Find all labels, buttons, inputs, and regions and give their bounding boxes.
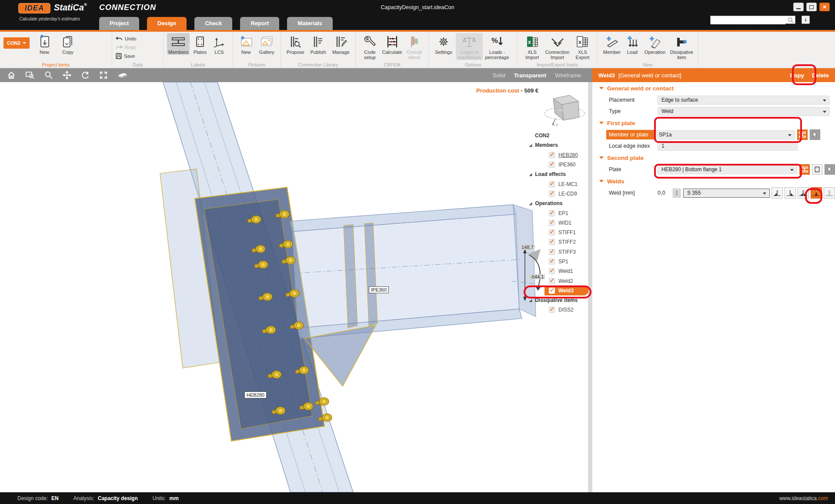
- gallery-button[interactable]: Gallery: [257, 33, 277, 55]
- tab-check[interactable]: Check: [194, 17, 232, 30]
- connection-import-button[interactable]: Connection Import: [544, 33, 571, 60]
- weld-material-dropdown[interactable]: S 355: [683, 189, 770, 198]
- checkbox[interactable]: [549, 259, 555, 265]
- tree-item-sp1[interactable]: SP1: [527, 257, 592, 266]
- search-box[interactable]: [710, 16, 795, 24]
- mode-solid[interactable]: Solid: [493, 72, 505, 79]
- tree-group-dissipative-items[interactable]: ◢Dissipative items: [527, 295, 592, 305]
- pick-in-scene-button[interactable]: [825, 164, 835, 175]
- con2-dropdown[interactable]: CON2: [3, 37, 30, 49]
- tree-expander-icon[interactable]: ◢: [529, 143, 532, 147]
- info-button[interactable]: i: [802, 16, 810, 24]
- checkbox[interactable]: [549, 191, 555, 197]
- new-picture-button[interactable]: New: [237, 33, 256, 55]
- tab-project[interactable]: Project: [99, 17, 139, 30]
- new-member-button[interactable]: Member: [601, 33, 623, 55]
- weld-type-fillet-left-button[interactable]: [772, 187, 783, 199]
- tree-item-weld3-selected[interactable]: Weld3: [527, 286, 592, 295]
- checkbox[interactable]: [549, 220, 555, 226]
- tree-expander-icon[interactable]: ◢: [529, 298, 532, 302]
- checkbox[interactable]: [549, 268, 555, 274]
- copy-operation-button[interactable]: Copy: [790, 72, 804, 79]
- tree-item-weld2[interactable]: Weld2: [527, 276, 592, 285]
- checkbox[interactable]: [549, 210, 555, 216]
- maximize-button[interactable]: [806, 3, 817, 11]
- checkbox[interactable]: [549, 307, 555, 313]
- tree-expander-icon[interactable]: ◢: [529, 202, 532, 206]
- undo-button[interactable]: Undo: [116, 35, 136, 43]
- close-button[interactable]: ✕: [819, 3, 830, 11]
- tree-item-label[interactable]: Weld2: [558, 278, 573, 284]
- mode-transparent[interactable]: Transparent: [514, 72, 546, 79]
- zoom-window-button[interactable]: [25, 71, 35, 80]
- tree-item-ipe360[interactable]: IPE360: [527, 160, 592, 169]
- mode-wireframe[interactable]: Wireframe: [555, 72, 581, 79]
- checkbox[interactable]: [549, 278, 555, 284]
- checkbox[interactable]: [549, 162, 555, 168]
- tree-item-label[interactable]: DISS2: [558, 307, 574, 313]
- copy-project-item-button[interactable]: Copy: [57, 33, 79, 55]
- tree-item-wid1[interactable]: WID1: [527, 218, 592, 228]
- overall-check-button[interactable]: Overall check: [404, 33, 425, 60]
- section-welds[interactable]: Welds: [592, 175, 835, 187]
- tab-materials[interactable]: Materials: [287, 17, 332, 30]
- checkbox[interactable]: [549, 249, 555, 255]
- tree-group-load-effects[interactable]: ◢Load effects: [527, 169, 592, 179]
- zoom-button[interactable]: [44, 71, 53, 80]
- weld-type-fillet-right-button[interactable]: [785, 187, 796, 199]
- tree-item-label[interactable]: Weld3: [558, 288, 574, 294]
- redo-button[interactable]: Redo: [116, 43, 136, 51]
- new-dissipative-item-button[interactable]: Dissipative item: [669, 33, 695, 60]
- tree-item-label[interactable]: WID1: [558, 220, 571, 226]
- weld-type-double-fillet-button[interactable]: [798, 187, 809, 199]
- loads-in-equilibrium-button[interactable]: Loads in equilibrium: [456, 33, 483, 60]
- code-setup-button[interactable]: Code setup: [359, 33, 381, 60]
- calculate-button[interactable]: Calculate: [381, 33, 403, 55]
- tree-item-label[interactable]: SP1: [558, 259, 568, 265]
- tree-item-le-mc1[interactable]: LE-MC1: [527, 179, 592, 189]
- select-plate-button[interactable]: [812, 164, 822, 175]
- section-general-weld[interactable]: General weld or contact: [592, 82, 835, 94]
- home-view-button[interactable]: [7, 71, 16, 80]
- pan-button[interactable]: [63, 71, 71, 80]
- minimize-button[interactable]: [793, 3, 804, 11]
- plates-button[interactable]: Plates: [190, 33, 210, 55]
- tab-report[interactable]: Report: [240, 17, 279, 30]
- rotate-button[interactable]: [81, 71, 90, 80]
- publish-button[interactable]: Publish: [307, 33, 329, 55]
- tab-design[interactable]: Design: [147, 17, 187, 30]
- tree-item-label[interactable]: LE-MC1: [558, 181, 578, 187]
- tree-item-stiff3[interactable]: STIFF3: [527, 247, 592, 257]
- spinner-down-icon[interactable]: [675, 194, 678, 196]
- weld-type-none-button[interactable]: [824, 187, 835, 199]
- tree-item-label[interactable]: Weld1: [558, 268, 573, 274]
- settings-button[interactable]: Settings: [432, 33, 455, 55]
- save-button[interactable]: Save: [116, 52, 136, 60]
- tree-item-heb280[interactable]: HEB280: [527, 150, 592, 160]
- new-project-item-button[interactable]: New: [33, 33, 56, 55]
- search-input[interactable]: [711, 17, 785, 24]
- tree-item-label[interactable]: LE-CD9: [558, 191, 577, 197]
- plate-dropdown[interactable]: HEB280 | Bottom flange 1: [658, 165, 797, 174]
- view-box-button[interactable]: [117, 71, 128, 79]
- local-edge-index-input[interactable]: 1: [658, 142, 798, 151]
- tree-item-le-cd9[interactable]: LE-CD9: [527, 189, 592, 199]
- members-button[interactable]: Members: [167, 33, 190, 55]
- tree-group-members[interactable]: ◢Members: [527, 140, 592, 150]
- lcs-button[interactable]: LCS: [210, 33, 228, 55]
- tree-item-label[interactable]: STIFF3: [558, 249, 576, 255]
- weld-size-value[interactable]: 0,0: [658, 190, 671, 196]
- delete-operation-button[interactable]: Delete: [812, 72, 829, 79]
- xls-export-button[interactable]: x XLS Export: [571, 33, 594, 60]
- tree-item-label[interactable]: IPE360: [558, 162, 575, 168]
- tree-item-label[interactable]: STIFF1: [558, 229, 576, 235]
- checkbox[interactable]: [549, 288, 555, 294]
- tree-item-ep1[interactable]: EP1: [527, 208, 592, 218]
- tree-item-label[interactable]: STIFF2: [558, 239, 576, 245]
- checkbox[interactable]: [549, 152, 555, 158]
- section-first-plate[interactable]: First plate: [592, 117, 835, 129]
- checkbox[interactable]: [549, 229, 555, 235]
- weld-size-stepper[interactable]: [673, 189, 681, 198]
- tree-group-operations[interactable]: ◢Operations: [527, 199, 592, 208]
- weld-type-butt-button-selected[interactable]: [811, 187, 822, 199]
